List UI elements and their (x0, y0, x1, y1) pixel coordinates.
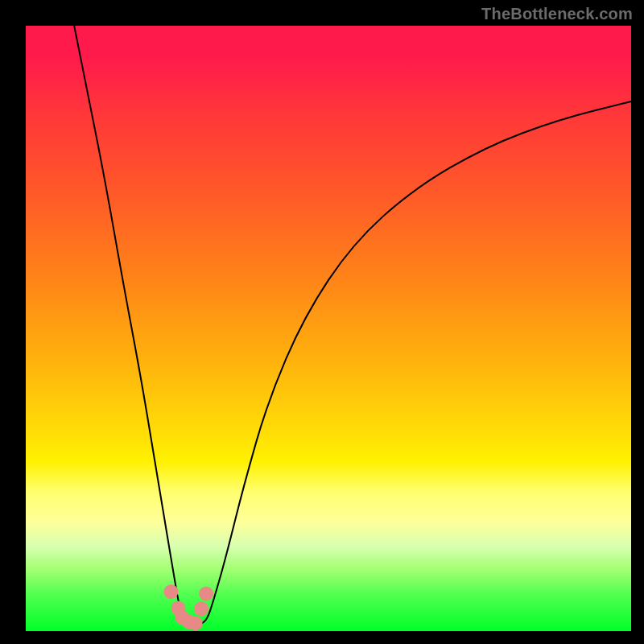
series-left-curve (74, 26, 189, 624)
marker-dot-e (188, 616, 203, 630)
marker-dot-f (194, 601, 208, 616)
watermark-label: TheBottleneck.com (481, 5, 633, 23)
marker-dot-g (199, 586, 213, 601)
series-right-curve (201, 101, 631, 624)
chart-frame: TheBottleneck.com (0, 0, 644, 644)
chart-svg (26, 26, 631, 631)
marker-dot-a (163, 584, 178, 599)
